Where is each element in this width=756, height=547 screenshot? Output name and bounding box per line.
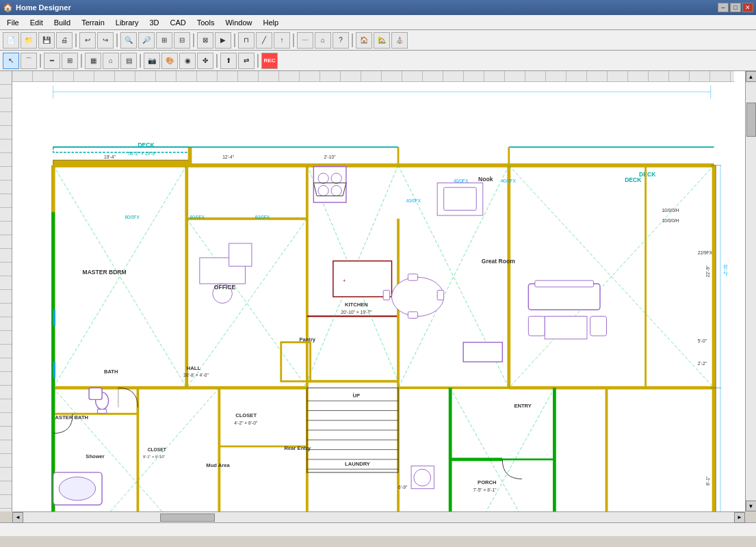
zoom-fit-button[interactable]: ⊞ (156, 32, 172, 49)
svg-point-86 (392, 277, 444, 316)
undo-button[interactable]: ↩ (79, 32, 96, 49)
scroll-track-vertical[interactable] (746, 82, 756, 501)
menu-bar: File Edit Build Terrain Library 3D CAD T… (0, 15, 756, 30)
minimize-button[interactable]: – (718, 3, 729, 12)
floor-button[interactable]: ▦ (85, 53, 101, 69)
roof-button[interactable]: ⌂ (315, 32, 331, 49)
maximize-button[interactable]: □ (730, 3, 741, 12)
svg-point-78 (59, 477, 95, 501)
close-button[interactable]: ✕ (742, 3, 753, 12)
svg-text:19'-4": 19'-4" (104, 155, 116, 159)
scroll-thumb-horizontal[interactable] (160, 513, 215, 522)
record-button[interactable]: REC (261, 53, 278, 69)
stairs-button[interactable]: ⋯ (297, 32, 313, 49)
menu-3d[interactable]: 3D (144, 17, 164, 28)
house3d-button[interactable]: 🏠 (356, 32, 372, 49)
svg-rect-92 (535, 280, 594, 287)
svg-text:2'-2": 2'-2" (698, 361, 707, 366)
paint-button[interactable]: 🎨 (161, 53, 178, 69)
arrow-up-button[interactable]: ↑ (274, 32, 290, 49)
texture-button[interactable]: ◉ (179, 53, 196, 69)
dimension-button[interactable]: ⊞ (62, 53, 78, 69)
separator-3 (193, 34, 194, 47)
svg-text:60/0FX: 60/0FX (255, 215, 270, 219)
svg-text:Pantry: Pantry (299, 336, 315, 343)
open-button[interactable]: 📁 (21, 32, 37, 49)
material-button[interactable]: ▤ (120, 53, 137, 69)
scroll-up-arrow[interactable]: ▲ (746, 71, 757, 82)
svg-text:DECK: DECK (625, 176, 642, 183)
svg-text:10/0/0/H: 10/0/0/H (662, 218, 679, 223)
separator-t2-1 (40, 54, 41, 68)
toolbar-2: ↖ ⌒ ━ ⊞ ▦ ⌂ ▤ 📷 🎨 ◉ ✤ ⬆ ⇄ REC (0, 51, 756, 71)
svg-text:22'-9": 22'-9" (705, 265, 710, 278)
new-button[interactable]: 📄 (3, 32, 19, 49)
zoom-in-button[interactable]: 🔎 (138, 32, 155, 49)
svg-text:OFFICE: OFFICE (214, 284, 236, 291)
camera2-button[interactable]: 📷 (144, 53, 160, 69)
svg-text:LAUNDRY: LAUNDRY (345, 461, 370, 467)
svg-text:+: + (343, 278, 346, 283)
separator-6 (352, 34, 353, 47)
canvas-area[interactable]: DECK 56'-2" × 19'-9" DECK (12, 71, 745, 511)
svg-text:PORCH: PORCH (478, 479, 496, 485)
scroll-track-horizontal[interactable] (23, 513, 734, 522)
svg-rect-160 (53, 310, 55, 326)
svg-rect-93 (545, 317, 587, 339)
scroll-right-arrow[interactable]: ► (734, 512, 745, 523)
zoom-1to1-button[interactable]: ⊟ (174, 32, 190, 49)
svg-rect-94 (528, 317, 545, 336)
save-button[interactable]: 💾 (38, 32, 55, 49)
print-button[interactable]: 🖨 (56, 32, 73, 49)
svg-text:12'-4": 12'-4" (222, 155, 235, 159)
scroll-thumb-vertical[interactable] (746, 103, 756, 137)
zoom-out-button[interactable]: 🔍 (120, 32, 137, 49)
svg-text:Nook: Nook (478, 176, 493, 183)
svg-text:20'-10" × 19'-7": 20'-10" × 19'-7" (341, 310, 372, 315)
scroll-down-arrow[interactable]: ▼ (746, 501, 757, 511)
scroll-left-arrow[interactable]: ◄ (12, 512, 23, 523)
menu-cad[interactable]: CAD (164, 17, 191, 28)
app-icon: 🏠 (3, 3, 13, 12)
menu-file[interactable]: File (1, 17, 25, 28)
menu-library[interactable]: Library (110, 17, 144, 28)
menu-edit[interactable]: Edit (25, 17, 49, 28)
redo-button[interactable]: ↪ (97, 32, 114, 49)
svg-text:9'-1" × 9'-10": 9'-1" × 9'-10" (143, 455, 165, 459)
separator-2 (116, 34, 118, 47)
separator-t2-4 (216, 54, 218, 68)
render-button[interactable]: ⛪ (391, 32, 408, 49)
roof2-button[interactable]: ⌂ (103, 53, 119, 69)
draw-line-button[interactable]: ━ (44, 53, 60, 69)
status-bar (0, 522, 756, 536)
menu-window[interactable]: Window (220, 17, 257, 28)
help-button[interactable]: ? (333, 32, 349, 49)
menu-build[interactable]: Build (49, 17, 76, 28)
transform-button[interactable]: ⇄ (238, 53, 255, 69)
camera-button[interactable]: 🏡 (374, 32, 390, 49)
menu-help[interactable]: Help (258, 17, 285, 28)
svg-text:↑: ↑ (352, 391, 354, 395)
arrow-button[interactable]: ⬆ (220, 53, 237, 69)
svg-text:4'-2" × 8'-0": 4'-2" × 8'-0" (234, 421, 258, 425)
svg-text:30'-8' × 4'-0": 30'-8' × 4'-0" (183, 373, 209, 377)
arc-button[interactable]: ⌒ (21, 53, 37, 69)
menu-terrain[interactable]: Terrain (76, 17, 110, 28)
svg-rect-89 (383, 290, 390, 299)
line-button[interactable]: ╱ (256, 32, 272, 49)
svg-text:22/9FX: 22/9FX (698, 250, 713, 255)
svg-text:5'-0": 5'-0" (698, 338, 707, 343)
wall-button[interactable]: ⊓ (238, 32, 255, 49)
symbol-button[interactable]: ✤ (197, 53, 213, 69)
menu-tools[interactable]: Tools (192, 17, 220, 28)
svg-text:6'-9": 6'-9" (398, 485, 408, 490)
svg-rect-161 (53, 362, 55, 378)
select-button[interactable]: ↖ (3, 53, 19, 69)
title-bar-left: 🏠 Home Designer (3, 3, 71, 12)
separator-t2-2 (81, 54, 82, 68)
svg-rect-96 (463, 343, 502, 362)
view-next-button[interactable]: ▶ (215, 32, 231, 49)
svg-rect-100 (229, 243, 252, 266)
view-all-button[interactable]: ⊠ (197, 32, 213, 49)
svg-text:56'-2" × 19'-9": 56'-2" × 19'-9" (128, 151, 157, 156)
